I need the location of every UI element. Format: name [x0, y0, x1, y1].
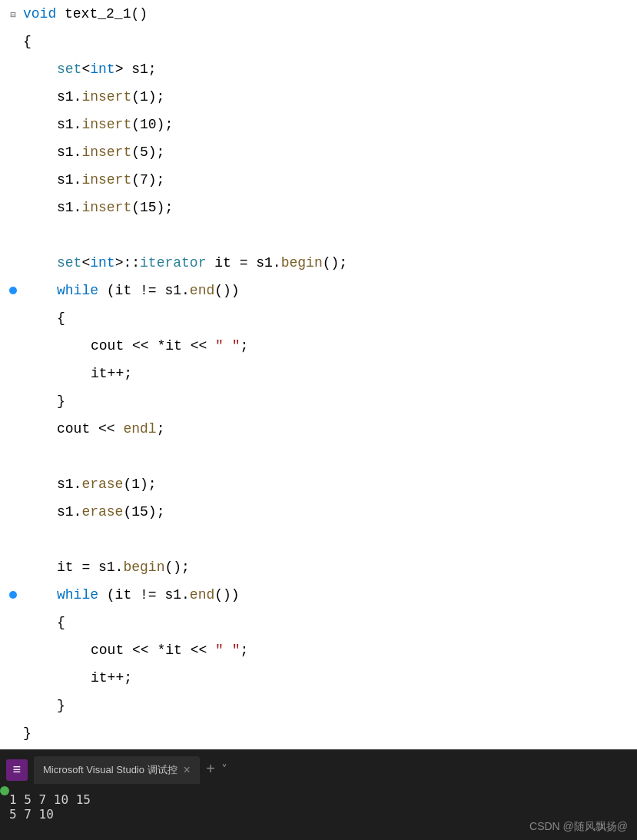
gutter-marker	[6, 591, 20, 599]
code-token: int	[90, 61, 114, 77]
code-token: (1);	[131, 89, 164, 105]
code-token: {	[23, 34, 32, 49]
code-token: insert	[81, 200, 131, 215]
code-line: cout << endl;	[0, 421, 637, 449]
code-token: erase	[81, 476, 123, 492]
code-line: cout << *it << " ";	[0, 642, 637, 670]
code-editor: ⊟void text_2_1(){set<int> s1;s1.insert(1…	[0, 0, 637, 749]
code-token: set	[57, 255, 81, 271]
code-line: it++;	[0, 366, 637, 393]
code-token: s1.	[57, 117, 81, 132]
code-line	[0, 532, 637, 559]
code-token: while	[57, 283, 98, 298]
code-token: " "	[215, 338, 240, 354]
code-token: erase	[81, 504, 123, 520]
code-token: begin	[123, 559, 164, 575]
code-token: cout	[91, 642, 124, 658]
status-dot	[0, 786, 9, 795]
gutter-marker	[6, 287, 20, 294]
code-token: ;	[240, 642, 248, 658]
code-token: <	[81, 61, 90, 77]
code-token: s1.	[57, 89, 81, 105]
code-token: ;	[157, 421, 165, 437]
code-line: {	[0, 615, 637, 642]
code-line: }	[0, 725, 637, 749]
terminal-tab-close[interactable]: ×	[184, 763, 191, 777]
code-token: <	[81, 255, 90, 271]
code-token: <<	[90, 421, 123, 437]
code-line: s1.insert(10);	[0, 117, 637, 144]
code-line: {	[0, 310, 637, 338]
code-line: cout << *it << " ";	[0, 338, 637, 366]
code-token: s1.	[57, 144, 81, 160]
code-token: set	[57, 61, 81, 77]
code-line	[0, 227, 637, 255]
code-token: it = s1.	[206, 255, 280, 271]
code-token: insert	[81, 144, 131, 160]
code-token: {	[57, 310, 65, 326]
terminal-header: Microsoft Visual Studio 调试控 × + ˅	[0, 749, 637, 789]
vs-icon	[6, 759, 28, 781]
code-line: }	[0, 393, 637, 421]
code-line: ⊟void text_2_1()	[0, 6, 637, 34]
code-token: endl	[123, 421, 156, 437]
code-line: s1.insert(1);	[0, 89, 637, 117]
code-token: it = s1.	[57, 559, 123, 575]
code-line: s1.insert(5);	[0, 144, 637, 172]
code-line: it++;	[0, 670, 637, 698]
code-token: ;	[240, 338, 248, 354]
code-token: s1.	[57, 200, 81, 215]
code-token: << *it <<	[124, 642, 215, 658]
code-token: (15);	[131, 200, 173, 215]
code-token: }	[57, 393, 65, 409]
code-line: s1.erase(15);	[0, 504, 637, 532]
code-line: it = s1.begin();	[0, 559, 637, 587]
code-token: ())	[214, 587, 239, 603]
code-token: while	[57, 587, 98, 603]
watermark: CSDN @随风飘扬@	[529, 820, 628, 834]
gutter-marker: ⊟	[6, 9, 20, 21]
code-token: " "	[215, 642, 240, 658]
code-token: it++;	[91, 670, 132, 686]
code-token: s1.	[57, 504, 81, 520]
code-token: it++;	[91, 366, 132, 381]
code-token: iterator	[140, 255, 206, 271]
code-line: while (it != s1.end())	[0, 283, 637, 310]
code-token: >::	[115, 255, 140, 271]
code-line: {	[0, 34, 637, 61]
terminal-tab-label: Microsoft Visual Studio 调试控	[43, 763, 177, 777]
code-line: s1.insert(15);	[0, 200, 637, 227]
code-token: s1.	[57, 476, 81, 492]
code-line: s1.erase(1);	[0, 476, 637, 504]
code-token: (it != s1.	[98, 283, 190, 298]
code-line: set<int>::iterator it = s1.begin();	[0, 255, 637, 283]
code-token: << *it <<	[124, 338, 215, 354]
code-line	[0, 449, 637, 476]
code-token: ();	[164, 559, 189, 575]
code-token: {	[57, 615, 65, 630]
code-token: }	[23, 725, 32, 741]
code-token: end	[190, 283, 214, 298]
code-token: void	[23, 6, 56, 22]
terminal-area: Microsoft Visual Studio 调试控 × + ˅ 1 5 7 …	[0, 749, 637, 840]
code-token: cout	[91, 338, 124, 354]
terminal-tab[interactable]: Microsoft Visual Studio 调试控 ×	[34, 756, 200, 784]
code-line: while (it != s1.end())	[0, 587, 637, 615]
terminal-tab-chevron[interactable]: ˅	[221, 762, 227, 778]
code-token: s1.	[57, 172, 81, 188]
code-token: (10);	[131, 117, 173, 132]
terminal-tab-add[interactable]: +	[206, 761, 215, 779]
code-token: insert	[81, 89, 131, 105]
code-token: }	[57, 698, 65, 713]
code-token: ();	[323, 255, 347, 271]
code-token: (7);	[131, 172, 164, 188]
code-token: (it != s1.	[98, 587, 190, 603]
code-token: (1);	[123, 476, 156, 492]
terminal-line1: 1 5 7 10 15	[9, 792, 628, 807]
code-line: s1.insert(7);	[0, 172, 637, 200]
code-token: insert	[81, 172, 131, 188]
code-token: ())	[214, 283, 239, 298]
code-token: cout	[57, 421, 90, 437]
code-token: (15);	[123, 504, 164, 520]
code-token: insert	[81, 117, 131, 132]
